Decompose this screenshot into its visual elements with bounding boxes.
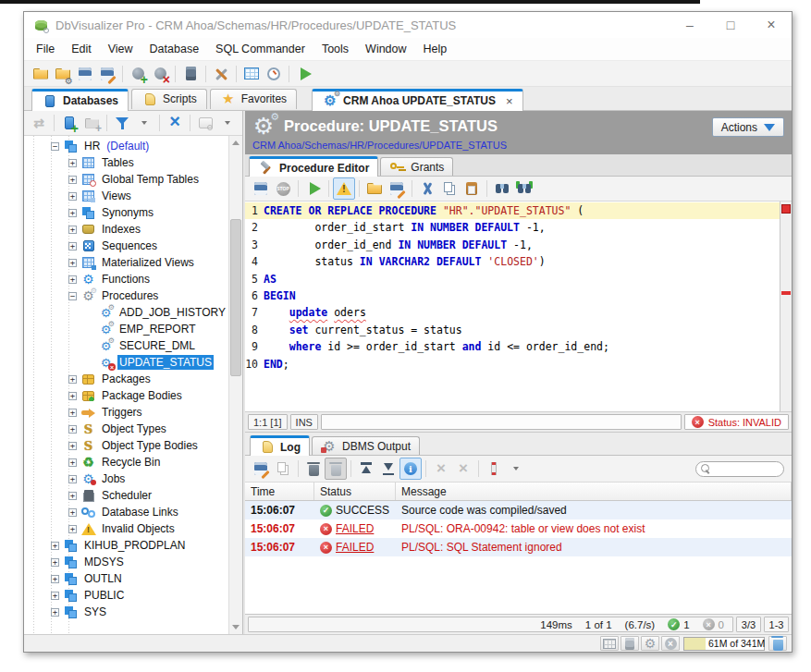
tab-grants[interactable]: Grants	[380, 157, 453, 176]
code-line-8[interactable]: 8 set current_status = status	[245, 322, 780, 338]
garbage-collect-button[interactable]	[768, 636, 787, 651]
expand-expander-icon[interactable]: +	[68, 492, 77, 500]
tree-filter-button[interactable]	[111, 112, 133, 134]
tree-collapse-all-button[interactable]	[164, 112, 186, 134]
menu-file[interactable]: File	[28, 39, 63, 59]
tree-dropdown-button[interactable]	[133, 112, 155, 134]
close-button[interactable]: ×	[751, 12, 792, 38]
expand-expander-icon[interactable]: +	[51, 558, 59, 567]
tree-item-sys[interactable]: +SYS	[24, 604, 228, 620]
log-row-height-button[interactable]	[483, 458, 505, 480]
toolbar-open-folder-settings-button[interactable]	[52, 63, 74, 85]
log-row[interactable]: 15:06:07✓SUCCESSSource code was compiled…	[245, 501, 792, 519]
log-clear-button[interactable]	[302, 458, 325, 480]
expand-expander-icon[interactable]: +	[68, 508, 77, 517]
log-row[interactable]: 15:06:07×FAILEDPL/SQL: SQL Statement ign…	[245, 538, 792, 556]
tree-item-functions[interactable]: +Functions	[24, 271, 228, 287]
editor-stop-button[interactable]	[272, 177, 294, 200]
error-marker-icon[interactable]	[781, 291, 791, 295]
tree-item-mdsys[interactable]: +MDSYS	[24, 554, 228, 570]
tree-item-database-links[interactable]: +Database Links	[24, 504, 228, 520]
tree-item-package-bodies[interactable]: +Package Bodies	[24, 387, 228, 404]
menu-edit[interactable]: Edit	[63, 39, 100, 59]
scroll-down-icon[interactable]	[232, 625, 240, 629]
editor-save-procedure-button[interactable]	[250, 177, 272, 200]
tree-item-scheduler[interactable]: +Scheduler	[24, 487, 228, 504]
tab-scripts[interactable]: Scripts	[131, 89, 207, 109]
maximize-button[interactable]: □	[710, 12, 751, 38]
tree-item-sequences[interactable]: +Sequences	[24, 238, 228, 254]
tree-item-jobs[interactable]: +Jobs	[24, 470, 228, 487]
tab-dbms-output[interactable]: DBMS Output	[312, 436, 420, 455]
log-export-button[interactable]	[250, 458, 272, 480]
tree-item-secure-dml[interactable]: +SECURE_DML	[24, 337, 228, 354]
memory-indicator[interactable]: 61M of 341M	[683, 637, 765, 651]
close-tab-icon[interactable]: ×	[506, 94, 513, 108]
tree-scrollbar[interactable]	[228, 136, 242, 634]
expand-expander-icon[interactable]: +	[68, 458, 77, 467]
tree-monitor-search-button[interactable]	[194, 112, 216, 134]
code-line-3[interactable]: 3 order_id_end IN NUMBER DEFAULT -1,	[245, 237, 780, 253]
tree-item-kihub-prodplan[interactable]: +KIHUB_PRODPLAN	[24, 537, 228, 554]
code-line-5[interactable]: 5AS	[245, 271, 780, 287]
errors-statusbar-button[interactable]	[661, 636, 680, 651]
tree-add-folder-button[interactable]	[80, 112, 103, 134]
tree-refresh-button[interactable]	[28, 112, 50, 134]
sql-editor[interactable]: 1CREATE OR REPLACE PROCEDURE "HR"."UPDAT…	[245, 202, 792, 411]
tree-item-object-type-bodies[interactable]: +Object Type Bodies	[24, 437, 228, 454]
db-statusbar-button[interactable]	[621, 636, 639, 651]
log-clear-pressed-button[interactable]	[325, 458, 347, 480]
tree-item-procedures[interactable]: −Procedures	[24, 287, 228, 304]
tab-crm-ahoa-update-status[interactable]: CRM Ahoa UPDATE_STATUS ×	[312, 89, 522, 111]
column-header-status[interactable]: Status	[314, 483, 396, 500]
expand-expander-icon[interactable]: +	[68, 159, 77, 167]
toolbar-open-folder-button[interactable]	[30, 63, 52, 85]
menu-tools[interactable]: Tools	[313, 39, 357, 59]
tree-item-recycle-bin[interactable]: +Recycle Bin	[24, 454, 228, 470]
tree-item-outln[interactable]: +OUTLN	[24, 570, 228, 587]
code-line-1[interactable]: 1CREATE OR REPLACE PROCEDURE "HR"."UPDAT…	[245, 202, 780, 219]
log-dropdown-button[interactable]	[505, 458, 527, 480]
minimize-button[interactable]: –	[670, 12, 710, 38]
editor-find-button[interactable]	[491, 177, 513, 200]
tree-item-views[interactable]: +Views	[24, 188, 228, 204]
tree-item-invalid-objects[interactable]: +Invalid Objects	[24, 520, 228, 537]
tree-item-packages[interactable]: +Packages	[24, 371, 228, 387]
tab-procedure-editor[interactable]: Procedure Editor	[249, 156, 378, 177]
tree-item-triggers[interactable]: +Triggers	[24, 404, 228, 421]
tree-item-tables[interactable]: +Tables	[24, 154, 228, 171]
gear-statusbar-button[interactable]	[641, 636, 659, 651]
error-stripe[interactable]	[780, 202, 792, 411]
expand-expander-icon[interactable]: +	[68, 242, 77, 250]
toolbar-connect-button[interactable]	[127, 63, 149, 85]
expand-expander-icon[interactable]: +	[68, 525, 77, 533]
code-line-6[interactable]: 6BEGIN	[245, 287, 780, 304]
code-line-10[interactable]: 10END;	[245, 356, 780, 373]
code-area[interactable]: 1CREATE OR REPLACE PROCEDURE "HR"."UPDAT…	[245, 202, 780, 411]
toolbar-save-button[interactable]	[74, 63, 96, 85]
expand-expander-icon[interactable]: +	[51, 542, 59, 550]
tab-favorites[interactable]: Favorites	[210, 89, 297, 109]
toolbar-monitor-button[interactable]	[263, 63, 285, 85]
scroll-up-icon[interactable]	[232, 141, 240, 145]
editor-run-button[interactable]	[302, 177, 325, 200]
log-info-button[interactable]	[399, 458, 422, 480]
editor-paste-button[interactable]	[461, 177, 483, 200]
toolbar-save-as-button[interactable]	[96, 63, 118, 85]
menu-view[interactable]: View	[100, 39, 141, 59]
log-search-input[interactable]	[714, 462, 783, 475]
tree-item-object-types[interactable]: +Object Types	[24, 421, 228, 437]
menu-help[interactable]: Help	[415, 39, 456, 59]
column-header-time[interactable]: Time	[245, 483, 314, 500]
tab-log[interactable]: Log	[250, 435, 310, 456]
error-marker-icon[interactable]	[781, 204, 791, 214]
code-line-9[interactable]: 9 where id >= order_id_start and id <= o…	[245, 338, 780, 355]
collapse-expander-icon[interactable]: −	[68, 292, 77, 300]
log-scroll-top-button[interactable]	[355, 458, 377, 480]
tree-item-synonyms[interactable]: +Synonyms	[24, 204, 228, 221]
expand-expander-icon[interactable]: +	[68, 275, 77, 284]
column-header-message[interactable]: Message	[396, 483, 792, 500]
tree-item-materialized-views[interactable]: +Materialized Views	[24, 254, 228, 271]
code-line-4[interactable]: 4 status IN VARCHAR2 DEFAULT 'CLOSED')	[245, 253, 780, 270]
log-fit-collapse-button[interactable]	[452, 458, 474, 480]
